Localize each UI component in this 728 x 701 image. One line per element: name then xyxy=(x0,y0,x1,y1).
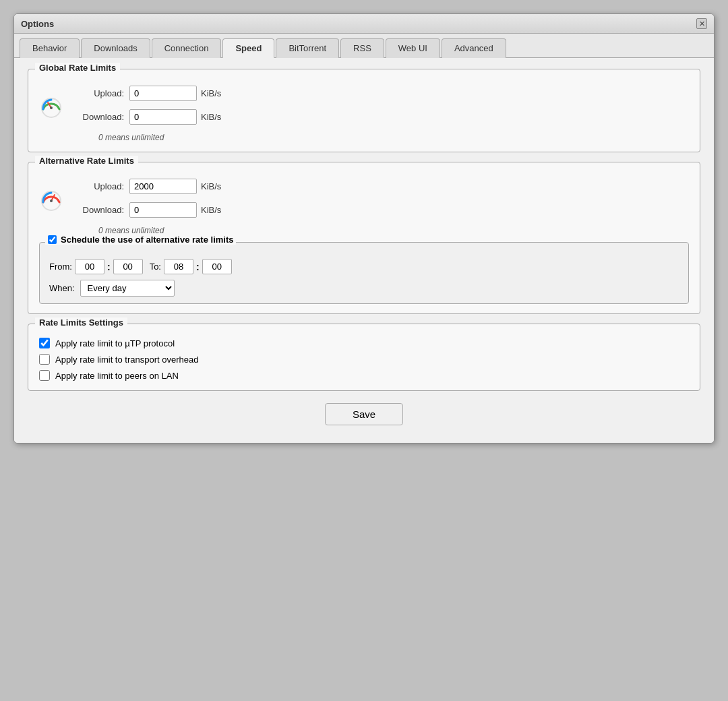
schedule-section: Schedule the use of alternative rate lim… xyxy=(39,242,689,304)
when-select[interactable]: Every day Weekdays Weekends Monday Tuesd… xyxy=(80,280,175,297)
global-unlimited-note: 0 means unlimited xyxy=(98,133,689,142)
alt-download-input[interactable] xyxy=(129,202,197,218)
global-rate-fields: Upload: KiB/s Download: KiB/s xyxy=(39,83,689,130)
alt-upload-input[interactable] xyxy=(129,179,197,194)
lan-row: Apply rate limit to peers on LAN xyxy=(39,370,689,381)
alternative-rate-limits-legend: Alternative Rate Limits xyxy=(35,156,138,166)
global-rate-limits-legend: Global Rate Limits xyxy=(35,63,120,73)
to-min-input[interactable] xyxy=(202,259,232,274)
from-hour-input[interactable] xyxy=(75,259,104,274)
schedule-time-row: From: : To: : xyxy=(49,259,679,274)
alt-download-label: Download: xyxy=(70,205,124,215)
from-label: From: xyxy=(49,262,72,272)
tab-bittorrent[interactable]: BitTorrent xyxy=(276,38,339,58)
lan-label: Apply rate limit to peers on LAN xyxy=(55,371,179,381)
alt-unlimited-note: 0 means unlimited xyxy=(98,226,689,235)
alt-download-row: Download: KiB/s xyxy=(70,202,221,218)
svg-point-2 xyxy=(50,106,53,109)
alt-upload-row: Upload: KiB/s xyxy=(70,179,221,194)
to-sep: : xyxy=(196,262,200,272)
from-sep: : xyxy=(107,262,111,272)
alternative-rate-limits-section: Alternative Rate Limits xyxy=(28,162,700,314)
alt-speed-icon xyxy=(39,187,63,212)
tab-webui[interactable]: Web UI xyxy=(386,38,440,58)
alt-upload-label: Upload: xyxy=(70,181,124,191)
global-download-row: Download: KiB/s xyxy=(70,109,221,125)
rate-limits-settings-legend: Rate Limits Settings xyxy=(35,317,127,328)
alt-download-unit: KiB/s xyxy=(201,205,221,215)
alt-rate-fields: Upload: KiB/s Download: KiB/s xyxy=(39,176,689,223)
utp-row: Apply rate limit to µTP protocol xyxy=(39,338,689,348)
close-button[interactable]: ✕ xyxy=(696,18,707,29)
global-download-input[interactable] xyxy=(129,109,197,125)
schedule-checkbox[interactable] xyxy=(48,235,57,244)
transport-row: Apply rate limit to transport overhead xyxy=(39,354,689,365)
global-rate-limits-section: Global Rate Limits xyxy=(28,69,700,152)
to-hour-input[interactable] xyxy=(164,259,193,274)
global-upload-unit: KiB/s xyxy=(201,88,221,98)
transport-label: Apply rate limit to transport overhead xyxy=(55,355,198,365)
tab-advanced[interactable]: Advanced xyxy=(442,38,506,58)
from-min-input[interactable] xyxy=(113,259,143,274)
tab-rss[interactable]: RSS xyxy=(340,38,384,58)
lan-checkbox[interactable] xyxy=(39,370,50,381)
rate-limits-settings-section: Rate Limits Settings Apply rate limit to… xyxy=(28,324,700,391)
global-upload-input[interactable] xyxy=(129,86,197,101)
global-speed-icon xyxy=(39,94,63,119)
alt-upload-unit: KiB/s xyxy=(201,181,221,191)
global-upload-label: Upload: xyxy=(70,88,124,98)
tab-bar: Behavior Downloads Connection Speed BitT… xyxy=(14,34,714,58)
save-row: Save xyxy=(28,403,700,425)
window-title: Options xyxy=(21,19,54,29)
tab-downloads[interactable]: Downloads xyxy=(81,38,150,58)
main-content: Global Rate Limits xyxy=(14,58,714,443)
global-download-label: Download: xyxy=(70,112,124,122)
to-label: To: xyxy=(150,262,161,272)
utp-label: Apply rate limit to µTP protocol xyxy=(55,338,175,348)
tab-connection[interactable]: Connection xyxy=(152,38,222,58)
schedule-legend: Schedule the use of alternative rate lim… xyxy=(45,235,236,245)
title-bar: Options ✕ xyxy=(14,14,714,34)
tab-speed[interactable]: Speed xyxy=(222,38,274,58)
svg-point-5 xyxy=(50,200,53,202)
tab-behavior[interactable]: Behavior xyxy=(20,38,80,58)
utp-checkbox[interactable] xyxy=(39,338,50,348)
schedule-label: Schedule the use of alternative rate lim… xyxy=(61,235,233,245)
alt-upload-download-fields: Upload: KiB/s Download: KiB/s xyxy=(70,176,221,223)
transport-checkbox[interactable] xyxy=(39,354,50,365)
save-button[interactable]: Save xyxy=(325,403,403,425)
when-label: When: xyxy=(49,283,75,293)
when-row: When: Every day Weekdays Weekends Monday… xyxy=(49,280,679,297)
options-window: Options ✕ Behavior Downloads Connection … xyxy=(13,13,715,444)
global-upload-download-fields: Upload: KiB/s Download: KiB/s xyxy=(70,83,221,130)
global-upload-row: Upload: KiB/s xyxy=(70,86,221,101)
global-download-unit: KiB/s xyxy=(201,112,221,122)
